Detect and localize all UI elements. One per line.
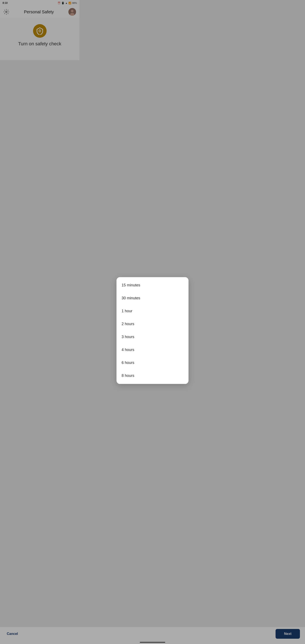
modal-overlay [0,0,80,172]
